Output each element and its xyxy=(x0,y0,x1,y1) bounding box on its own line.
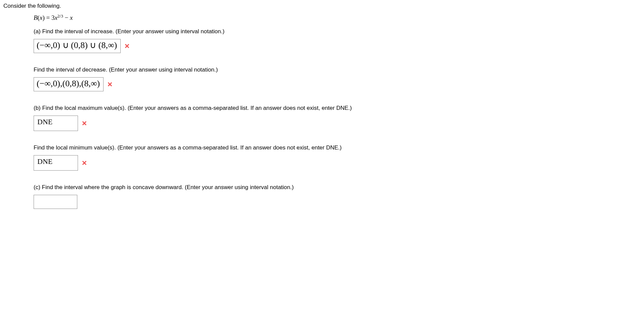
question-a-increase: (a) Find the interval of increase. (Ente… xyxy=(34,28,641,35)
incorrect-icon xyxy=(124,43,130,49)
question-a-decrease: Find the interval of decrease. (Enter yo… xyxy=(34,67,641,73)
answer-b-max-input[interactable]: DNE xyxy=(34,116,78,131)
incorrect-icon xyxy=(81,160,87,166)
answer-c-input[interactable] xyxy=(34,195,77,209)
question-c: (c) Find the interval where the graph is… xyxy=(34,184,641,191)
incorrect-icon xyxy=(81,120,87,126)
function-formula: B(x) = 3x2/3 − x xyxy=(34,14,641,21)
answer-b-min-input[interactable]: DNE xyxy=(34,155,78,171)
answer-a-increase-input[interactable]: (−∞,0) ∪ (0,8) ∪ (8,∞) xyxy=(34,39,121,53)
question-b-max: (b) Find the local maximum value(s). (En… xyxy=(34,105,641,112)
answer-a-decrease-input[interactable]: (−∞,0),(0,8),(8,∞) xyxy=(34,77,104,91)
question-b-min: Find the local minimum value(s). (Enter … xyxy=(34,144,641,151)
incorrect-icon xyxy=(107,81,113,87)
intro-text: Consider the following. xyxy=(3,3,641,9)
